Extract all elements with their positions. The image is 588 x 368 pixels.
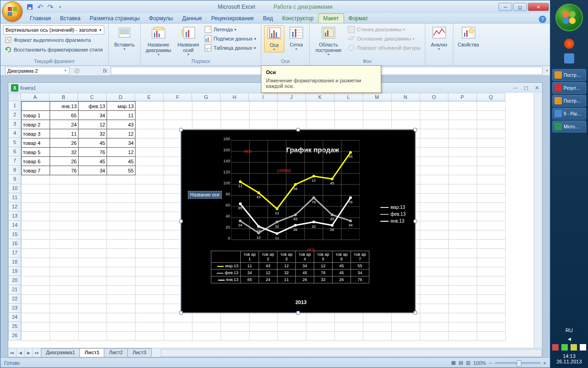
chart-element-selector[interactable]: Вертикальная ось (значений) - заголов▼ xyxy=(3,25,104,34)
cell[interactable] xyxy=(79,276,107,286)
column-header[interactable]: J xyxy=(277,93,306,101)
name-box[interactable]: Диаграмма 2▼ xyxy=(5,67,69,75)
cell[interactable]: фев.13 xyxy=(79,102,107,111)
cell[interactable] xyxy=(420,322,449,332)
cell[interactable] xyxy=(477,332,506,341)
cell[interactable] xyxy=(477,267,506,276)
cell[interactable] xyxy=(221,111,249,120)
spreadsheet-grid[interactable]: ABCDEFGHIJKLMNOPQ 1234567891011121314151… xyxy=(8,93,534,348)
tray-icon[interactable] xyxy=(552,344,559,351)
cell[interactable] xyxy=(22,203,50,212)
cell[interactable] xyxy=(449,240,477,249)
data-labels-button[interactable]: Подписи данных ▼ xyxy=(203,34,258,43)
column-header[interactable]: E xyxy=(135,93,164,101)
maximize-button[interactable]: ◻ xyxy=(513,3,527,11)
cell[interactable] xyxy=(50,230,79,240)
cell[interactable] xyxy=(22,322,50,332)
tab-home[interactable]: Главная xyxy=(25,14,56,23)
sheet-tab[interactable]: Лист1 xyxy=(79,348,104,357)
zoom-level[interactable]: 100% xyxy=(473,360,486,366)
cell[interactable]: товар 5 xyxy=(22,148,50,157)
cell[interactable] xyxy=(107,286,136,295)
data-table-button[interactable]: Таблица данных ▼ xyxy=(203,44,258,52)
cell[interactable] xyxy=(136,230,164,240)
taskbar-item[interactable]: Постр… xyxy=(552,95,586,107)
cell[interactable] xyxy=(79,184,107,194)
cell[interactable] xyxy=(107,230,136,240)
insert-button[interactable]: Вставить▼ xyxy=(112,25,137,52)
cell[interactable] xyxy=(50,203,79,212)
properties-button[interactable]: Свойства xyxy=(456,25,481,48)
taskbar-item[interactable]: 9 - Pai… xyxy=(552,108,586,120)
cell[interactable] xyxy=(136,332,164,341)
cell[interactable] xyxy=(420,258,449,267)
column-header[interactable]: A xyxy=(21,93,50,101)
cell[interactable] xyxy=(192,322,221,332)
cell[interactable] xyxy=(107,295,136,304)
cell[interactable] xyxy=(22,249,50,258)
taskbar-item[interactable]: Резул… xyxy=(552,82,586,94)
cell[interactable] xyxy=(392,102,420,111)
cell[interactable] xyxy=(335,111,363,120)
cell[interactable] xyxy=(50,258,79,267)
column-header[interactable]: N xyxy=(391,93,420,101)
cell[interactable] xyxy=(136,295,164,304)
cell[interactable] xyxy=(164,332,192,341)
cell[interactable] xyxy=(392,332,420,341)
cell[interactable] xyxy=(420,111,449,120)
cell[interactable]: 45 xyxy=(79,138,107,148)
cell[interactable] xyxy=(449,230,477,240)
cell[interactable] xyxy=(392,120,420,129)
cell[interactable] xyxy=(477,166,506,175)
3d-rotation-button[interactable]: Поворот объемной фигуры xyxy=(346,44,422,52)
cell[interactable] xyxy=(420,212,449,221)
tab-layout[interactable]: Макет xyxy=(318,13,344,23)
redo-icon[interactable]: ↷ xyxy=(45,2,55,12)
chart-floor-button[interactable]: Основание диаграммы ▼ xyxy=(346,34,422,43)
cell[interactable] xyxy=(164,120,192,129)
vertical-scrollbar[interactable] xyxy=(534,93,542,348)
cell[interactable] xyxy=(449,194,477,203)
cell[interactable] xyxy=(22,212,50,221)
cell[interactable]: 26 xyxy=(50,138,79,148)
cell[interactable] xyxy=(449,267,477,276)
cell[interactable] xyxy=(50,212,79,221)
cell[interactable] xyxy=(420,194,449,203)
cell[interactable] xyxy=(420,102,449,111)
quick-launch[interactable] xyxy=(552,52,586,65)
cell[interactable] xyxy=(249,332,278,341)
cell[interactable] xyxy=(477,258,506,267)
cell[interactable] xyxy=(136,286,164,295)
cell[interactable] xyxy=(50,313,79,322)
cell[interactable] xyxy=(477,138,506,148)
minimize-button[interactable]: ─ xyxy=(498,3,512,11)
cell[interactable] xyxy=(79,221,107,230)
cell[interactable] xyxy=(136,276,164,286)
cell[interactable] xyxy=(164,111,192,120)
cell[interactable] xyxy=(221,102,249,111)
cell[interactable] xyxy=(136,221,164,230)
cell[interactable] xyxy=(136,313,164,322)
cell[interactable] xyxy=(477,111,506,120)
cell[interactable] xyxy=(249,120,278,129)
row-header[interactable]: 18 xyxy=(8,258,21,267)
cell[interactable]: 76 xyxy=(79,148,107,157)
cell[interactable] xyxy=(164,322,192,332)
cell[interactable] xyxy=(221,332,249,341)
cell[interactable] xyxy=(363,102,392,111)
cell[interactable] xyxy=(79,249,107,258)
row-header[interactable]: 3 xyxy=(8,120,21,129)
cell[interactable] xyxy=(420,286,449,295)
cell[interactable] xyxy=(107,203,136,212)
cell[interactable] xyxy=(420,313,449,322)
cell[interactable] xyxy=(22,230,50,240)
cell[interactable] xyxy=(363,313,392,322)
cell[interactable] xyxy=(22,194,50,203)
zoom-slider[interactable] xyxy=(495,362,541,364)
cell[interactable] xyxy=(278,332,306,341)
tab-format[interactable]: Формат xyxy=(344,14,373,23)
cell[interactable] xyxy=(107,175,136,184)
cell[interactable] xyxy=(477,194,506,203)
cell[interactable] xyxy=(221,322,249,332)
cell[interactable] xyxy=(335,322,363,332)
